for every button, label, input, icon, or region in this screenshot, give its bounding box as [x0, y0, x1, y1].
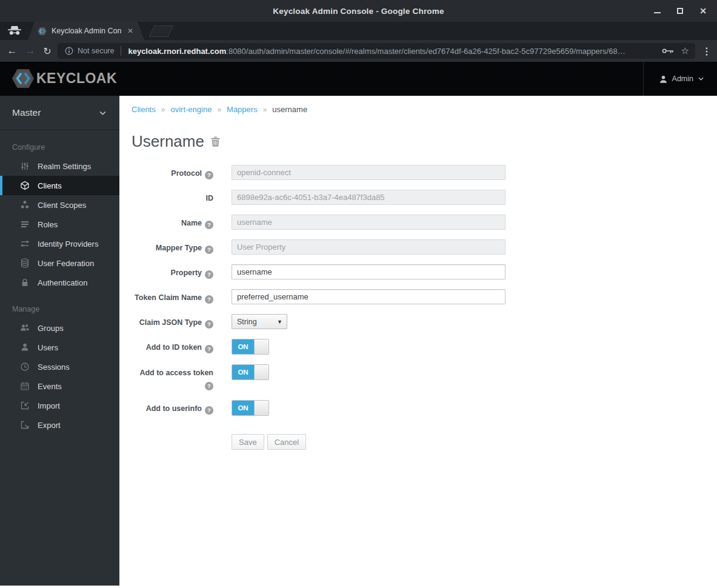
add-to-userinfo-label: Add to userinfo [146, 404, 202, 413]
property-input[interactable] [232, 264, 505, 279]
url-path: :8080/auth/admin/master/console/#/realms… [226, 47, 625, 56]
user-menu[interactable]: Admin [659, 62, 704, 96]
help-icon[interactable]: ? [205, 171, 213, 179]
delete-mapper-icon[interactable] [211, 136, 220, 147]
window-controls: ✕ [648, 0, 712, 22]
sidebar-section-manage: Manage [0, 292, 119, 318]
database-icon [20, 258, 30, 268]
sidebar-item-client-scopes[interactable]: Client Scopes [0, 195, 119, 215]
import-icon [20, 401, 30, 410]
breadcrumb-client[interactable]: ovirt-engine [170, 105, 212, 114]
sidebar-item-realm-settings[interactable]: Realm Settings [0, 156, 119, 176]
selected-option: String [237, 318, 257, 326]
minimize-button[interactable] [648, 2, 666, 19]
cube-icon [20, 181, 30, 190]
sidebar-item-label: Realm Settings [38, 162, 91, 171]
help-icon[interactable]: ? [205, 295, 213, 304]
keycloak-logo[interactable]: KEYCLOAK [12, 68, 117, 89]
claim-json-type-label: Claim JSON Type [139, 318, 202, 327]
page-title: Username [132, 132, 717, 151]
bookmark-star-icon[interactable]: ☆ [681, 45, 689, 56]
keycloak-logo-icon [12, 68, 35, 89]
help-icon[interactable]: ? [205, 345, 213, 353]
incognito-icon [7, 25, 22, 38]
toggle-handle [254, 339, 268, 354]
sidebar-item-groups[interactable]: Groups [0, 318, 119, 338]
sidebar-item-import[interactable]: Import [0, 396, 119, 415]
group-icon [20, 323, 30, 333]
browser-menu-icon[interactable]: ⋮ [696, 40, 717, 62]
page-title-text: Username [132, 132, 204, 151]
add-to-userinfo-toggle[interactable]: ON [232, 400, 269, 416]
sidebar-item-identity-providers[interactable]: Identity Providers [0, 234, 119, 253]
form-row-mapper-type: Mapper Type? [119, 239, 717, 255]
breadcrumb-clients[interactable]: Clients [132, 105, 156, 114]
help-icon[interactable]: ? [205, 382, 213, 390]
sidebar-item-user-federation[interactable]: User Federation [0, 253, 119, 273]
forward-button[interactable]: → [22, 40, 39, 62]
sidebar-item-sessions[interactable]: Sessions [0, 357, 119, 376]
key-icon[interactable] [662, 48, 674, 54]
calendar-icon [20, 381, 30, 391]
url-bar[interactable]: Not secure keycloak.rnori.redhat.com:808… [58, 43, 695, 59]
info-icon[interactable] [65, 47, 73, 55]
close-button[interactable]: ✕ [694, 2, 712, 19]
add-to-id-token-toggle[interactable]: ON [232, 339, 269, 355]
add-to-id-token-label: Add to ID token [146, 343, 202, 352]
help-icon[interactable]: ? [205, 221, 213, 229]
tab-close-icon[interactable]: ✕ [127, 27, 133, 35]
token-claim-name-label: Token Claim Name [135, 293, 202, 302]
tab-favicon [38, 27, 47, 35]
token-claim-name-input[interactable] [232, 289, 505, 304]
form-row-add-to-access-token: Add to access token? ON [119, 364, 717, 390]
breadcrumb-mappers[interactable]: Mappers [227, 105, 258, 114]
sidebar-item-clients[interactable]: Clients [0, 176, 119, 195]
toggle-on-label: ON [232, 339, 254, 354]
sidebar: Master Configure Realm Settings Clients … [0, 96, 119, 586]
maximize-icon [677, 8, 683, 14]
sidebar-item-export[interactable]: Export [0, 415, 119, 435]
protocol-input [232, 165, 505, 180]
form-row-claim-json-type: Claim JSON Type? String ▼ [119, 314, 717, 329]
breadcrumb-current: username [272, 105, 307, 114]
help-icon[interactable]: ? [205, 320, 213, 329]
toggle-handle [254, 401, 268, 415]
browser-tab[interactable]: Keycloak Admin Con ✕ [28, 22, 144, 40]
sidebar-item-label: User Federation [38, 259, 94, 268]
main-content: Clients » ovirt-engine » Mappers » usern… [119, 96, 717, 588]
help-icon[interactable]: ? [205, 246, 213, 254]
lock-icon [20, 278, 30, 287]
add-to-access-token-toggle[interactable]: ON [232, 364, 269, 380]
form-row-add-to-id-token: Add to ID token? ON [119, 339, 717, 355]
sidebar-item-events[interactable]: Events [0, 376, 119, 396]
new-tab-button[interactable] [148, 25, 173, 37]
sidebar-item-authentication[interactable]: Authentication [0, 273, 119, 292]
realm-selector[interactable]: Master [0, 96, 119, 130]
breadcrumb: Clients » ovirt-engine » Mappers » usern… [132, 105, 717, 114]
sidebar-item-label: Clients [38, 181, 62, 190]
maximize-button[interactable] [671, 2, 689, 19]
mapper-type-label: Mapper Type [156, 244, 202, 252]
sidebar-item-roles[interactable]: Roles [0, 215, 119, 234]
security-label: Not secure [78, 47, 114, 55]
omnibox-divider [121, 46, 121, 56]
help-icon[interactable]: ? [205, 270, 213, 279]
breadcrumb-separator: » [156, 105, 171, 114]
save-button[interactable]: Save [232, 434, 264, 450]
claim-json-type-select[interactable]: String ▼ [232, 314, 287, 329]
form-row-property: Property? [119, 264, 717, 279]
user-name: Admin [672, 75, 693, 83]
user-icon [659, 75, 667, 83]
form-row-token-claim-name: Token Claim Name? [119, 289, 717, 304]
mapper-form: Protocol? ID Name? Mapper Type? Property… [119, 165, 717, 450]
sidebar-item-label: Sessions [38, 362, 70, 372]
reload-button[interactable]: ↻ [39, 40, 56, 62]
exchange-icon [20, 239, 30, 249]
add-to-access-token-label: Add to access token [139, 369, 213, 377]
cancel-button[interactable]: Cancel [267, 434, 306, 450]
back-button[interactable]: ← [4, 40, 21, 62]
help-icon[interactable]: ? [205, 406, 213, 415]
chevron-down-icon [698, 77, 704, 81]
sidebar-item-users[interactable]: Users [0, 338, 119, 357]
name-input [232, 215, 505, 230]
